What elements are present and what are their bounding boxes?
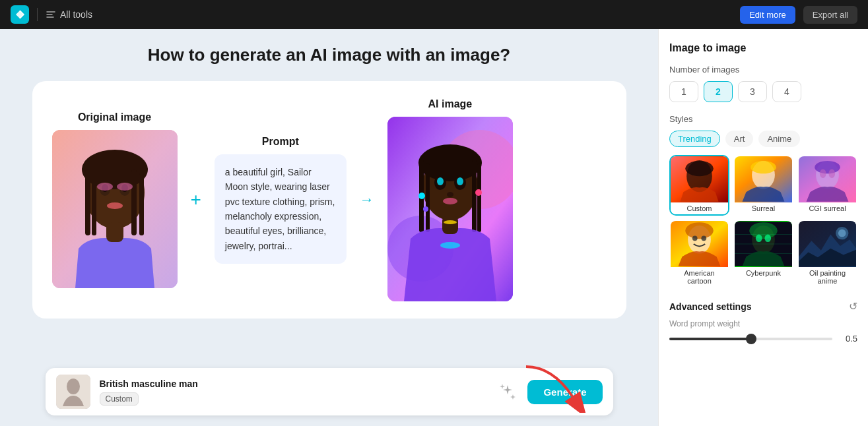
sidebar-title: Image to image bbox=[669, 42, 857, 54]
svg-rect-7 bbox=[139, 173, 144, 235]
topbar-divider bbox=[37, 8, 38, 21]
svg-point-53 bbox=[685, 222, 714, 239]
svg-point-14 bbox=[117, 183, 133, 191]
num-images-row: 1 2 3 4 bbox=[669, 81, 857, 102]
custom-badge: Custom bbox=[100, 392, 139, 406]
svg-point-12 bbox=[107, 202, 123, 209]
style-card-surreal[interactable]: Surreal bbox=[733, 155, 793, 216]
prompt-text: a beautiful girl, Sailor Moon style, wea… bbox=[225, 167, 335, 251]
svg-rect-15 bbox=[106, 222, 123, 242]
page-title: How to generate an AI image with an imag… bbox=[148, 45, 510, 65]
svg-rect-5 bbox=[92, 173, 96, 235]
styles-tabs: Trending Art Anime bbox=[669, 131, 857, 147]
svg-point-25 bbox=[418, 193, 425, 199]
bottom-bar: British masculine man Custom Generate bbox=[46, 368, 613, 415]
plus-icon: + bbox=[191, 189, 201, 210]
thumbnail bbox=[56, 375, 90, 409]
style-card-cyberpunk[interactable]: Cyberpunk bbox=[733, 220, 793, 288]
style-img-surreal bbox=[735, 156, 792, 202]
svg-point-38 bbox=[67, 379, 80, 394]
svg-point-26 bbox=[475, 189, 482, 196]
prompt-label: Prompt bbox=[262, 136, 299, 148]
ai-image bbox=[387, 117, 513, 301]
svg-point-31 bbox=[457, 177, 463, 185]
weight-label: Word prompt weight bbox=[669, 319, 857, 328]
svg-point-13 bbox=[97, 183, 113, 191]
style-img-oil bbox=[799, 221, 856, 267]
demo-card: Original image bbox=[32, 81, 626, 319]
svg-rect-23 bbox=[472, 160, 477, 232]
content-area: How to generate an AI image with an imag… bbox=[0, 29, 658, 426]
style-card-cgi[interactable]: CGI surreal bbox=[797, 155, 857, 216]
num-2-button[interactable]: 2 bbox=[704, 81, 733, 102]
svg-point-34 bbox=[440, 242, 460, 249]
original-image bbox=[52, 130, 178, 288]
svg-point-48 bbox=[815, 161, 840, 173]
arrow-right-icon: → bbox=[360, 191, 374, 208]
reset-icon[interactable]: ↺ bbox=[849, 300, 857, 313]
bottom-actions: Generate bbox=[496, 380, 602, 404]
bottom-title: British masculine man bbox=[100, 379, 487, 389]
svg-point-42 bbox=[685, 161, 714, 176]
svg-rect-4 bbox=[85, 169, 90, 235]
style-card-oil[interactable]: Oil painting anime bbox=[797, 220, 857, 288]
svg-point-60 bbox=[764, 235, 771, 243]
svg-point-59 bbox=[756, 235, 762, 243]
svg-point-54 bbox=[692, 235, 698, 241]
svg-point-27 bbox=[423, 206, 428, 212]
num-images-label: Number of images bbox=[669, 65, 857, 75]
style-american-label: American cartoon bbox=[671, 267, 728, 287]
export-all-button[interactable]: Export all bbox=[803, 6, 857, 24]
style-card-american[interactable]: American cartoon bbox=[669, 220, 729, 288]
style-img-american bbox=[671, 221, 728, 267]
tab-trending[interactable]: Trending bbox=[669, 131, 720, 147]
original-label: Original image bbox=[78, 111, 151, 123]
svg-point-55 bbox=[701, 235, 706, 241]
style-img-custom bbox=[671, 156, 728, 202]
advanced-title: Advanced settings bbox=[669, 301, 751, 312]
svg-point-58 bbox=[749, 222, 778, 239]
generate-button[interactable]: Generate bbox=[527, 380, 602, 404]
edit-more-button[interactable]: Edit more bbox=[740, 6, 795, 24]
style-oil-label: Oil painting anime bbox=[799, 267, 856, 287]
slider-track[interactable] bbox=[669, 338, 832, 340]
right-sidebar: Image to image Number of images 1 2 3 4 … bbox=[658, 29, 868, 426]
style-img-cyberpunk bbox=[735, 221, 792, 267]
svg-point-32 bbox=[447, 192, 453, 197]
slider-fill bbox=[669, 338, 751, 340]
tab-anime[interactable]: Anime bbox=[758, 131, 800, 147]
svg-point-50 bbox=[828, 169, 835, 179]
style-custom-label: Custom bbox=[671, 202, 728, 214]
svg-rect-6 bbox=[131, 169, 137, 235]
svg-point-36 bbox=[444, 220, 457, 224]
style-cyberpunk-label: Cyberpunk bbox=[735, 267, 792, 279]
slider-row: 0.5 bbox=[669, 334, 857, 344]
svg-rect-22 bbox=[426, 163, 430, 232]
ai-label: AI image bbox=[428, 98, 473, 110]
svg-point-33 bbox=[443, 198, 457, 204]
ai-section: AI image bbox=[387, 98, 513, 301]
num-3-button[interactable]: 3 bbox=[738, 81, 767, 102]
svg-point-66 bbox=[838, 229, 846, 237]
slider-thumb[interactable] bbox=[746, 334, 756, 344]
magic-icon[interactable] bbox=[496, 380, 519, 404]
tab-art[interactable]: Art bbox=[725, 131, 754, 147]
slider-value: 0.5 bbox=[839, 334, 857, 344]
num-4-button[interactable]: 4 bbox=[772, 81, 801, 102]
prompt-section: Prompt a beautiful girl, Sailor Moon sty… bbox=[215, 136, 347, 264]
bottom-text-area: British masculine man Custom bbox=[100, 379, 487, 406]
num-1-button[interactable]: 1 bbox=[669, 81, 698, 102]
style-img-cgi bbox=[799, 156, 856, 202]
svg-point-49 bbox=[820, 169, 826, 179]
prompt-text-box: a beautiful girl, Sailor Moon style, wea… bbox=[215, 154, 347, 264]
all-tools-nav[interactable]: All tools bbox=[46, 9, 92, 20]
svg-rect-24 bbox=[477, 163, 481, 232]
main-layout: How to generate an AI image with an imag… bbox=[0, 29, 868, 426]
svg-rect-35 bbox=[442, 216, 458, 234]
style-card-custom[interactable]: Custom bbox=[669, 155, 729, 216]
app-logo bbox=[11, 5, 29, 24]
all-tools-label: All tools bbox=[60, 9, 92, 20]
style-cgi-label: CGI surreal bbox=[799, 202, 856, 214]
styles-label: Styles bbox=[669, 114, 857, 124]
style-grid: Custom bbox=[669, 155, 857, 288]
